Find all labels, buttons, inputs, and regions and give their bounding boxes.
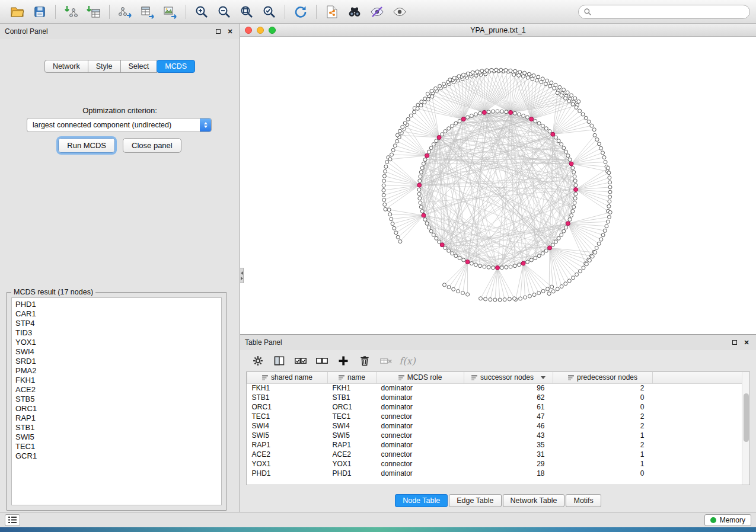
tab-mcds[interactable]: MCDS bbox=[157, 60, 195, 73]
mcds-result-item[interactable]: STB5 bbox=[12, 395, 221, 404]
mcds-result-item[interactable]: ORC1 bbox=[12, 404, 221, 414]
mcds-result-item[interactable]: FKH1 bbox=[12, 376, 221, 385]
show-column-button[interactable] bbox=[270, 352, 289, 369]
mcds-result-item[interactable]: STB1 bbox=[12, 423, 221, 432]
export-table-button[interactable] bbox=[136, 2, 159, 21]
table-cell: connector bbox=[377, 431, 464, 440]
mcds-result-list[interactable]: PHD1CAR1STP4TID3YOX1SWI4SRD1PMA2FKH1ACE2… bbox=[11, 297, 222, 505]
import-network-button[interactable] bbox=[60, 2, 82, 21]
memory-status-dot-icon bbox=[710, 517, 716, 523]
tab-select[interactable]: Select bbox=[120, 60, 158, 73]
table-row[interactable]: ORC1ORC1dominator610 bbox=[247, 402, 749, 412]
table-row[interactable]: FKH1FKH1dominator962 bbox=[247, 383, 749, 393]
mcds-result-item[interactable]: GCR1 bbox=[12, 451, 221, 461]
table-cell: 0 bbox=[553, 393, 653, 402]
show-all-button[interactable] bbox=[388, 2, 411, 21]
memory-button[interactable]: Memory bbox=[704, 514, 751, 526]
refresh-button[interactable] bbox=[289, 2, 312, 21]
create-column-button[interactable] bbox=[334, 352, 353, 369]
table-row[interactable]: PHD1PHD1dominator180 bbox=[247, 469, 749, 478]
zoom-selected-button[interactable] bbox=[258, 2, 280, 21]
mcds-result-title: MCDS result (17 nodes) bbox=[11, 288, 95, 296]
export-table-icon bbox=[141, 5, 155, 19]
toolbar-separator bbox=[316, 5, 317, 19]
panel-splitter[interactable] bbox=[240, 268, 244, 283]
table-row[interactable]: STB1STB1dominator620 bbox=[247, 393, 749, 402]
control-panel-title: Control Panel bbox=[5, 27, 48, 36]
tab-motifs[interactable]: Motifs bbox=[566, 494, 601, 507]
table-row[interactable]: SWI4SWI4dominator462 bbox=[247, 421, 749, 431]
float-panel-button[interactable] bbox=[213, 27, 223, 36]
column-header-mcds-role[interactable]: MCDS role bbox=[377, 372, 464, 383]
mcds-result-item[interactable]: PMA2 bbox=[12, 366, 221, 376]
table-scrollbar[interactable] bbox=[742, 372, 749, 485]
delete-column-button[interactable] bbox=[355, 352, 374, 369]
column-header-predecessor-nodes[interactable]: predecessor nodes bbox=[553, 372, 653, 383]
mcds-result-item[interactable]: SRD1 bbox=[12, 357, 221, 366]
status-bar: Memory bbox=[0, 512, 756, 527]
float-panel-button[interactable] bbox=[730, 338, 739, 347]
column-header-successor-nodes[interactable]: successor nodes bbox=[464, 372, 553, 383]
network-graph[interactable] bbox=[240, 37, 756, 334]
open-folder-icon bbox=[10, 5, 24, 19]
search-input[interactable] bbox=[592, 8, 745, 16]
mcds-result-item[interactable]: TEC1 bbox=[12, 442, 221, 451]
mcds-result-item[interactable]: ACE2 bbox=[12, 385, 221, 395]
close-panel-button[interactable]: ✕ bbox=[742, 338, 751, 347]
network-canvas[interactable] bbox=[240, 37, 756, 334]
tab-style[interactable]: Style bbox=[88, 60, 121, 73]
mcds-result-item[interactable]: STP4 bbox=[12, 319, 221, 328]
hide-selected-button[interactable] bbox=[366, 2, 388, 21]
status-menu-button[interactable] bbox=[5, 514, 20, 526]
tab-network-table[interactable]: Network Table bbox=[503, 494, 565, 507]
mcds-result-item[interactable]: TID3 bbox=[12, 328, 221, 338]
tab-node-table[interactable]: Node Table bbox=[395, 494, 448, 507]
table-row[interactable]: RAP1RAP1dominator352 bbox=[247, 440, 749, 450]
column-header-name[interactable]: name bbox=[328, 372, 377, 383]
table-row[interactable]: ACE2ACE2connector311 bbox=[247, 450, 749, 459]
run-mcds-button[interactable]: Run MCDS bbox=[58, 138, 115, 153]
tab-network[interactable]: Network bbox=[44, 60, 88, 73]
tab-edge-table[interactable]: Edge Table bbox=[449, 494, 501, 507]
table-row[interactable]: TEC1TEC1connector472 bbox=[247, 412, 749, 421]
deselect-all-rows-button[interactable] bbox=[312, 352, 331, 369]
column-header-shared-name[interactable]: shared name bbox=[247, 372, 328, 383]
chevron-down-icon[interactable] bbox=[541, 376, 546, 379]
zoom-in-button[interactable] bbox=[190, 2, 213, 21]
close-panel-button[interactable]: ✕ bbox=[225, 27, 235, 36]
export-image-button[interactable] bbox=[159, 2, 181, 21]
export-network-button[interactable] bbox=[114, 2, 136, 21]
table-cell: connector bbox=[377, 459, 464, 469]
optimization-criterion-dropdown[interactable]: largest connected component (undirected) bbox=[27, 118, 212, 132]
table-cell: RAP1 bbox=[247, 440, 328, 450]
mcds-result-item[interactable]: RAP1 bbox=[12, 414, 221, 423]
select-all-rows-button[interactable] bbox=[291, 352, 310, 369]
share-document-button[interactable] bbox=[321, 2, 343, 21]
zoom-out-icon bbox=[217, 5, 231, 19]
float-icon bbox=[216, 29, 221, 34]
table-cell-filler bbox=[653, 393, 749, 402]
mcds-result-item[interactable]: CAR1 bbox=[12, 309, 221, 319]
save-button[interactable] bbox=[28, 2, 51, 21]
table-cell: YOX1 bbox=[328, 459, 377, 469]
table-cell-filler bbox=[653, 459, 749, 469]
zoom-out-button[interactable] bbox=[213, 2, 235, 21]
find-binoculars-button[interactable] bbox=[343, 2, 366, 21]
table-cell: ORC1 bbox=[328, 402, 377, 412]
table-cell: 61 bbox=[464, 402, 553, 412]
zoom-fit-button[interactable] bbox=[235, 2, 258, 21]
mcds-result-item[interactable]: PHD1 bbox=[12, 300, 221, 309]
deselect-all-icon bbox=[315, 355, 328, 367]
scrollbar-thumb[interactable] bbox=[744, 393, 749, 442]
mcds-result-item[interactable]: SWI5 bbox=[12, 432, 221, 442]
table-row[interactable]: YOX1YOX1connector291 bbox=[247, 459, 749, 469]
table-cell-filler bbox=[653, 421, 749, 431]
table-settings-button[interactable] bbox=[248, 352, 267, 369]
mcds-result-item[interactable]: SWI4 bbox=[12, 347, 221, 357]
import-table-button[interactable] bbox=[82, 2, 105, 21]
close-panel-action-button[interactable]: Close panel bbox=[123, 138, 181, 153]
mcds-result-item[interactable]: YOX1 bbox=[12, 338, 221, 347]
table-row[interactable]: SWI5SWI5connector431 bbox=[247, 431, 749, 440]
open-file-button[interactable] bbox=[6, 2, 28, 21]
search-field[interactable] bbox=[578, 5, 750, 19]
